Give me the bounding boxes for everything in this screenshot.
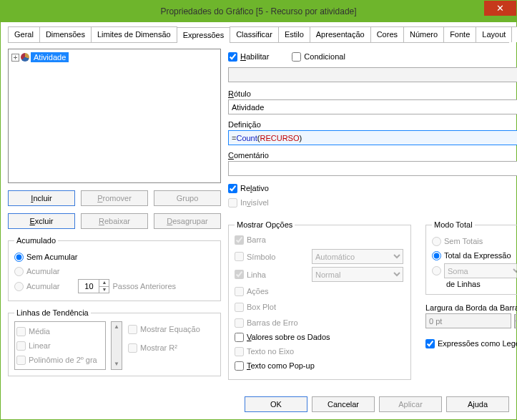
pie-icon	[21, 53, 29, 62]
incluir-button[interactable]: Incluir	[8, 190, 75, 206]
radio-acumular	[14, 267, 24, 276]
excluir-button[interactable]: Excluir	[8, 213, 75, 229]
radio-sem-acumular[interactable]	[14, 253, 24, 262]
scroll-down-icon[interactable]: ▼	[112, 359, 122, 369]
modo-total-fieldset: Modo Total Sem Totais Total da Expressão…	[425, 220, 517, 295]
tree-item-label: Atividade	[31, 52, 69, 62]
spin-up-icon[interactable]: ▲	[99, 280, 109, 287]
linha-label: Linha	[247, 270, 266, 279]
label-acumular: Acumular	[26, 267, 59, 275]
expr-legenda-label: Expressões como Legenda	[438, 339, 517, 348]
simbolo-check	[235, 252, 244, 261]
comentario-input[interactable]	[228, 161, 517, 176]
tab-dimensoes[interactable]: Dimensões	[39, 26, 92, 42]
relativo-label: Relativo	[240, 184, 269, 192]
expression-tree[interactable]: + Atividade	[8, 49, 221, 183]
de-linhas-label: de Linhas	[446, 280, 517, 288]
tree-item-atividade[interactable]: + Atividade	[11, 52, 217, 62]
close-button[interactable]: ✕	[484, 1, 516, 16]
expr-legenda-check[interactable]	[425, 339, 435, 348]
barra-check	[235, 235, 244, 245]
radio-acumular-passos	[14, 282, 24, 291]
tab-layout[interactable]: Layout	[476, 26, 512, 42]
barra-label: Barra	[247, 235, 266, 244]
modo-total-legend: Modo Total	[432, 220, 475, 229]
tab-strip: Geral Dimensões Limites de Dimensão Expr…	[8, 26, 509, 43]
ajuda-button[interactable]: Ajuda	[446, 396, 509, 412]
label-passos: Passos Anteriores	[112, 282, 176, 290]
invisivel-check	[228, 198, 237, 207]
mostrar-equacao-check	[128, 325, 137, 334]
mostrar-equacao-label: Mostrar Equação	[140, 325, 200, 333]
habilitar-check[interactable]	[228, 52, 237, 62]
tendencia-fieldset: Linhas de Tendência Média Linear Polinôm…	[8, 308, 221, 376]
rebaixar-button: Rebaixar	[81, 213, 148, 229]
tab-titulo[interactable]: Título	[511, 26, 517, 42]
tree-expand-icon[interactable]: +	[11, 54, 19, 62]
radio-soma	[432, 266, 441, 275]
tab-fonte[interactable]: Fonte	[443, 26, 476, 42]
tab-limites[interactable]: Limites de Dimensão	[91, 26, 177, 42]
trend-list[interactable]: Média Linear Polinômio de 2º gra	[14, 321, 106, 370]
texto-eixo-check	[235, 347, 244, 356]
valores-dados-check[interactable]	[235, 333, 244, 342]
titlebar: Propriedades do Gráfico [5 - Recurso por…	[1, 1, 516, 22]
trend-media-label: Média	[29, 327, 50, 336]
aplicar-button: Aplicar	[379, 396, 442, 412]
tab-estilo[interactable]: Estilo	[278, 26, 310, 42]
boxplot-check	[235, 303, 244, 312]
boxplot-label: Box Plot	[247, 303, 276, 311]
spin-down-icon[interactable]: ▼	[99, 287, 109, 293]
dialog-buttons: OK Cancelar Aplicar Ajuda	[245, 396, 509, 412]
mostrar-legend: Mostrar Opções	[235, 220, 295, 229]
window-title: Propriedades do Gráfico [5 - Recurso por…	[160, 6, 356, 16]
trend-linear-label: Linear	[29, 341, 51, 350]
promover-button: Promover	[81, 190, 148, 206]
largura-borda-label: Largura da Borda da Barra	[425, 303, 517, 312]
barras-erro-check	[235, 318, 244, 328]
simbolo-select: Automático	[312, 249, 403, 264]
tab-cores[interactable]: Cores	[370, 26, 404, 42]
relativo-check[interactable]	[228, 184, 237, 193]
simbolo-label: Símbolo	[247, 253, 275, 261]
definicao-input[interactable]: =Count(RECURSO)	[228, 130, 517, 145]
tab-numero[interactable]: Número	[403, 26, 444, 42]
desagrupar-button: Desagrupar	[154, 213, 221, 229]
mostrar-r2-check	[128, 343, 137, 353]
tendencia-legend: Linhas de Tendência	[14, 308, 91, 317]
tab-classificar[interactable]: Classificar	[230, 26, 279, 42]
tab-geral[interactable]: Geral	[8, 26, 40, 42]
trend-poli-label: Polinômio de 2º gra	[29, 356, 97, 364]
grupo-button: Grupo	[154, 190, 221, 206]
valores-dados-label: Valores sobre os Dados	[247, 333, 330, 341]
cancelar-button[interactable]: Cancelar	[312, 396, 375, 412]
radio-total-expressao[interactable]	[432, 251, 441, 260]
label-sem-acumular: Sem Acumular	[26, 253, 78, 261]
ok-button[interactable]: OK	[245, 396, 307, 412]
trend-media-check	[16, 327, 26, 336]
soma-select: Soma	[444, 263, 517, 278]
radio-sem-totais	[432, 237, 441, 246]
passos-spinner[interactable]: ▲▼	[78, 279, 109, 293]
scroll-up-icon[interactable]: ▲	[112, 322, 122, 332]
acumulado-fieldset: Acumulado Sem Acumular Acumular Acumular…	[8, 236, 221, 301]
tab-apresentacao[interactable]: Apresentação	[310, 26, 371, 42]
largura-spinner[interactable]: ▲▼	[514, 314, 517, 328]
label-sem-totais: Sem Totais	[444, 237, 483, 245]
condicional-check[interactable]	[292, 52, 301, 62]
definicao-label: Definição	[228, 120, 517, 129]
trend-scrollbar[interactable]: ▲▼	[111, 321, 122, 370]
condicional-input	[228, 67, 517, 82]
condicional-label: Condicional	[304, 52, 345, 61]
habilitar-label: Habilitar	[240, 52, 269, 61]
mostrar-opcoes-fieldset: Mostrar Opções Barra Símbolo Automático …	[228, 220, 411, 380]
tab-expressoes[interactable]: Expressões	[177, 27, 230, 43]
label-total-expressao: Total da Expressão	[444, 251, 511, 260]
rotulo-input[interactable]	[228, 99, 517, 114]
texto-popup-check[interactable]	[235, 361, 244, 371]
passos-input[interactable]	[79, 280, 99, 293]
trend-poli-check	[16, 356, 26, 365]
barras-erro-label: Barras de Erro	[247, 318, 298, 327]
linha-check	[235, 270, 244, 279]
rotulo-label: Rótulo	[228, 89, 517, 98]
